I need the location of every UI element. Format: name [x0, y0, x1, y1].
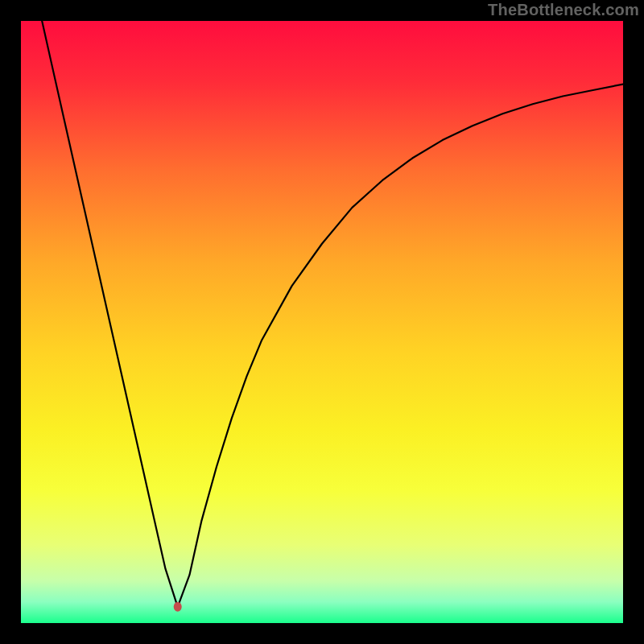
chart-container: TheBottleneck.com: [0, 0, 644, 644]
watermark-text: TheBottleneck.com: [488, 1, 639, 19]
chart-background: [21, 21, 623, 623]
bottleneck-chart: [21, 21, 623, 623]
optimal-marker: [174, 602, 182, 612]
